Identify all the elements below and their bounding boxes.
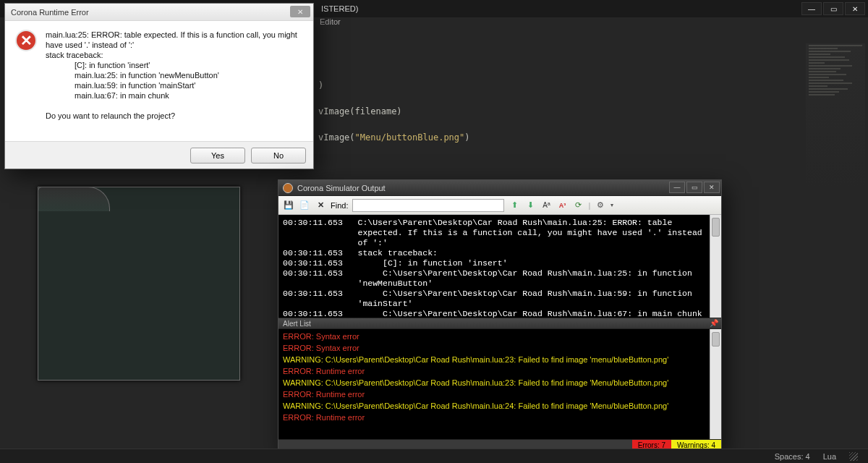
- resize-grip-icon[interactable]: [849, 452, 858, 461]
- alert-list[interactable]: ERROR: Syntax error ERROR: Syntax error …: [278, 329, 721, 439]
- simulator-output-window: Corona Simulator Output — ▭ ✕ 💾 📄 ✕ Find…: [278, 179, 722, 451]
- simulator-preview: [38, 187, 240, 381]
- match-case-icon[interactable]: Aª: [540, 200, 552, 211]
- clear-icon[interactable]: ✕: [315, 200, 326, 211]
- error-message: main.lua:25: ERROR: table expected. If t…: [46, 30, 303, 121]
- find-input[interactable]: [352, 199, 504, 212]
- pin-icon[interactable]: 📌: [710, 319, 718, 327]
- code-area[interactable]: ) vImage(filename) vImage("Menu/buttonBl…: [318, 72, 470, 150]
- find-next-icon[interactable]: ⬇: [524, 200, 536, 211]
- alert-warning[interactable]: WARNING: C:\Users\Parent\Desktop\Car Roa…: [283, 354, 717, 365]
- console-output[interactable]: 00:30:11.653 C:\Users\Parent\Desktop\Car…: [278, 215, 721, 318]
- output-maximize[interactable]: ▭: [686, 182, 702, 193]
- editor-tab[interactable]: Editor: [317, 17, 868, 30]
- error-icon: ✕: [15, 30, 37, 51]
- alert-warning[interactable]: WARNING: C:\Users\Parent\Desktop\Car Roa…: [283, 377, 717, 388]
- highlight-icon[interactable]: A³: [556, 200, 568, 211]
- close-button[interactable]: ✕: [845, 2, 865, 15]
- output-minimize[interactable]: —: [669, 182, 685, 193]
- alert-error[interactable]: ERROR: Syntax error: [283, 342, 717, 354]
- status-bar: Spaces: 4 Lua: [0, 449, 868, 463]
- minimap[interactable]: [806, 43, 865, 188]
- status-language[interactable]: Lua: [823, 452, 836, 461]
- alert-error[interactable]: ERROR: Runtime error: [283, 365, 717, 377]
- dialog-title: Corona Runtime Error: [11, 8, 89, 17]
- code-line: vImage("Menu/buttonBlue.png"): [318, 124, 470, 150]
- output-titlebar[interactable]: Corona Simulator Output — ▭ ✕: [278, 180, 721, 196]
- dropdown-icon[interactable]: ▾: [610, 202, 613, 208]
- alert-warning[interactable]: WARNING: C:\Users\Parent\Desktop\Car Roa…: [283, 400, 717, 412]
- output-title: Corona Simulator Output: [297, 184, 386, 192]
- save-icon[interactable]: 💾: [283, 200, 294, 211]
- minimize-button[interactable]: —: [801, 2, 822, 15]
- code-line: ): [318, 72, 470, 98]
- code-line: vImage(filename): [318, 98, 470, 124]
- no-button[interactable]: No: [251, 148, 306, 163]
- find-label: Find:: [331, 201, 348, 210]
- yes-button[interactable]: Yes: [190, 148, 245, 163]
- copy-icon[interactable]: 📄: [299, 200, 310, 211]
- refresh-icon[interactable]: ⟳: [572, 200, 584, 211]
- find-prev-icon[interactable]: ⬆: [509, 200, 520, 211]
- output-close[interactable]: ✕: [704, 182, 720, 193]
- console-scrollbar[interactable]: [710, 215, 721, 318]
- runtime-error-dialog: Corona Runtime Error ✕ ✕ main.lua:25: ER…: [4, 3, 314, 169]
- alert-header[interactable]: Alert List 📌: [278, 318, 721, 329]
- alert-error[interactable]: ERROR: Runtime error: [283, 412, 717, 423]
- status-spaces[interactable]: Spaces: 4: [775, 452, 810, 461]
- alert-scrollbar[interactable]: [710, 329, 721, 439]
- dialog-close-button[interactable]: ✕: [290, 6, 310, 17]
- dialog-titlebar[interactable]: Corona Runtime Error ✕: [5, 4, 313, 21]
- settings-icon[interactable]: ⚙: [595, 200, 606, 211]
- alert-error[interactable]: ERROR: Runtime error: [283, 388, 717, 400]
- alert-error[interactable]: ERROR: Syntax error: [283, 331, 717, 342]
- simulator-preview-tab: [38, 187, 110, 211]
- maximize-button[interactable]: ▭: [823, 2, 843, 15]
- corona-icon: [283, 183, 293, 193]
- output-toolbar: 💾 📄 ✕ Find: ⬆ ⬇ Aª A³ ⟳ | ⚙ ▾: [278, 196, 721, 215]
